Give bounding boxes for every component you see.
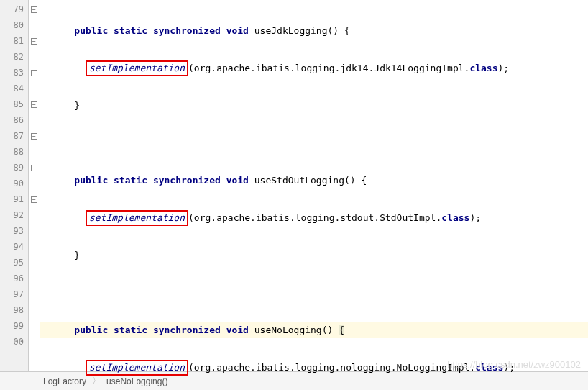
line-number: 97 [0, 286, 28, 302]
line-number: 91 [0, 191, 28, 207]
line-number: 90 [0, 176, 28, 191]
line-number: 84 [0, 81, 28, 96]
line-number: 81 [0, 33, 28, 49]
line-number: 79 [0, 1, 28, 17]
line-number: 89 [0, 160, 28, 176]
code-line [40, 135, 588, 151]
line-number: 80 [0, 17, 28, 33]
code-line [40, 285, 588, 301]
fold-minus-icon[interactable]: − [31, 133, 37, 140]
code-line: public static synchronized void useJdkLo… [40, 23, 588, 39]
highlighted-call: setImplementation [86, 60, 188, 76]
line-number: 87 [0, 128, 28, 144]
fold-minus-icon[interactable]: − [31, 38, 37, 45]
line-number: 94 [0, 239, 28, 255]
watermark: https://blog.csdn.net/zwz900102 [447, 359, 581, 370]
code-line: } [40, 248, 588, 263]
fold-minus-icon[interactable]: − [31, 6, 37, 13]
line-number: 82 [0, 49, 28, 65]
code-editor[interactable]: 79 80 81 82 83 84 85 86 87 88 89 90 91 9… [0, 0, 588, 371]
line-number: 00 [0, 334, 28, 350]
code-line: public static synchronized void useStdOu… [40, 173, 588, 189]
fold-minus-icon[interactable]: − [31, 196, 37, 203]
fold-minus-icon[interactable]: − [31, 70, 37, 76]
fold-minus-icon[interactable]: − [31, 165, 37, 171]
fold-column: − − − − − − − [29, 0, 40, 371]
code-area[interactable]: public static synchronized void useJdkLo… [40, 0, 588, 371]
line-number: 95 [0, 255, 28, 271]
line-number-gutter: 79 80 81 82 83 84 85 86 87 88 89 90 91 9… [0, 0, 29, 371]
line-number: 86 [0, 112, 28, 128]
line-number: 85 [0, 96, 28, 112]
line-number: 98 [0, 302, 28, 318]
code-line: } [40, 98, 588, 114]
line-number: 83 [0, 65, 28, 81]
fold-minus-icon[interactable]: − [31, 101, 37, 108]
line-number: 96 [0, 271, 28, 286]
current-line: public static synchronized void useNoLog… [40, 322, 588, 338]
line-number: 99 [0, 318, 28, 334]
code-line: setImplementation(org.apache.ibatis.logg… [40, 210, 588, 226]
line-number: 93 [0, 223, 28, 239]
line-number: 88 [0, 144, 28, 160]
line-number: 92 [0, 207, 28, 223]
highlighted-call: setImplementation [86, 210, 188, 226]
highlighted-call: setImplementation [86, 360, 188, 376]
code-line: setImplementation(org.apache.ibatis.logg… [40, 60, 588, 76]
